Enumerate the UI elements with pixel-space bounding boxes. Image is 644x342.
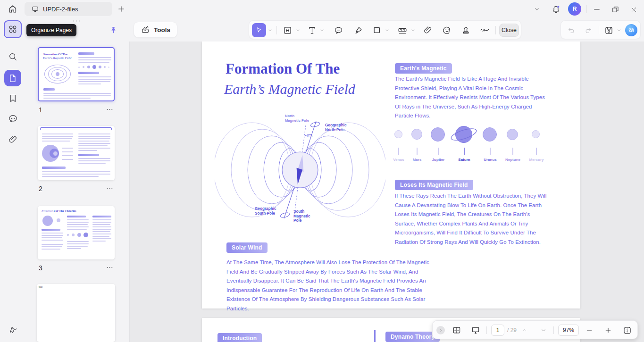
thumbnail-2-more-button[interactable] — [105, 185, 114, 192]
updf-app-window: UPDF-2-files R — [0, 0, 644, 342]
document-viewer[interactable]: Formation Of The Earth’s Magnetic Field … — [130, 42, 644, 342]
sidebar-item-search[interactable] — [6, 50, 19, 63]
attachment-tool-button[interactable] — [422, 24, 434, 36]
redo-button[interactable] — [584, 25, 593, 35]
shape-tool-button[interactable] — [371, 24, 383, 36]
user-avatar[interactable]: R — [568, 2, 581, 16]
sidebar-item-page-flip[interactable] — [6, 323, 19, 336]
ai-assistant-button[interactable] — [625, 24, 637, 36]
thumbnail-page-3[interactable]: Evidence For The Theories — [38, 206, 115, 259]
pin-panel-button[interactable] — [108, 24, 119, 36]
document-tab[interactable]: UPDF-2-files — [25, 2, 112, 16]
restore-button[interactable] — [609, 3, 621, 16]
text-tool-dropdown[interactable] — [319, 27, 326, 33]
chevron-down-icon — [268, 27, 273, 33]
bell-icon — [551, 4, 561, 14]
two-page-view-button[interactable] — [452, 325, 462, 335]
heading-tool-dropdown[interactable] — [294, 27, 301, 33]
thumbnail-1-number: 1 — [39, 106, 42, 114]
document-tab-title: UPDF-2-files — [43, 6, 78, 13]
doc-badge-introduction: Introduction — [217, 333, 262, 342]
select-tool-button[interactable] — [252, 23, 266, 37]
thumb1-badge2 — [78, 72, 99, 74]
zoom-level-input[interactable] — [558, 325, 579, 336]
thumbnail-page-2[interactable] — [38, 126, 115, 180]
file-actions-toolbar — [560, 20, 641, 39]
page-number-input[interactable] — [491, 325, 504, 336]
doc-badge-earths-magnetic: Earth's Magnetic — [395, 63, 452, 74]
measure-tool-button[interactable] — [396, 24, 409, 36]
thumbnail-panel-handle[interactable] — [71, 18, 82, 24]
zoom-out-button[interactable] — [585, 325, 594, 335]
text-tool-button[interactable] — [306, 24, 318, 36]
saturn-ring — [449, 124, 478, 145]
undo-icon — [567, 26, 576, 34]
planet-label-venus: Venus — [388, 158, 409, 162]
stamp-icon — [461, 25, 471, 35]
sidebar-item-organize-pages[interactable] — [4, 20, 22, 38]
measure-tool-dropdown[interactable] — [410, 27, 416, 33]
toolbar-divider — [495, 26, 496, 34]
sidebar-rail — [0, 18, 26, 342]
collapse-bar-button[interactable] — [436, 326, 445, 334]
home-button[interactable] — [6, 2, 19, 16]
chevron-down-icon — [385, 27, 390, 33]
paperclip-icon — [8, 134, 18, 144]
heading-tool-button[interactable] — [281, 24, 293, 36]
planet-label-saturn: Saturn — [454, 158, 475, 162]
thumbnail-2-number: 2 — [39, 185, 42, 192]
cursor-icon — [255, 26, 263, 34]
save-button[interactable] — [603, 25, 614, 35]
comment-bubble-icon — [334, 25, 343, 35]
planet-label-uranus: Uranus — [480, 158, 501, 162]
sidebar-item-page-thumbnails[interactable] — [4, 70, 21, 86]
sidebar-item-comments[interactable] — [6, 112, 19, 125]
notifications-button[interactable] — [550, 3, 561, 15]
sticker-tool-button[interactable] — [441, 24, 453, 36]
ruler-icon — [397, 25, 408, 35]
signature-tool-button[interactable] — [478, 24, 492, 36]
save-dropdown[interactable] — [616, 27, 622, 33]
zoom-in-button[interactable] — [603, 325, 613, 335]
minus-icon — [585, 326, 593, 334]
shape-tool-dropdown[interactable] — [384, 27, 391, 33]
presentation-mode-button[interactable] — [470, 325, 481, 335]
ai-assistant-icon — [627, 26, 636, 34]
chevron-up-icon — [521, 327, 528, 334]
chevron-down-icon — [540, 327, 547, 334]
tools-button[interactable]: Tools — [134, 22, 177, 38]
sticker-icon — [442, 25, 452, 35]
next-page-button[interactable] — [539, 326, 548, 334]
titlebar-menu-button[interactable] — [532, 4, 542, 14]
document-tab-icon — [31, 5, 39, 13]
previous-page-button[interactable] — [520, 326, 529, 334]
flip-pages-icon — [8, 324, 18, 335]
redo-icon — [584, 26, 593, 34]
sidebar-item-bookmarks[interactable] — [6, 92, 19, 105]
close-editing-button[interactable]: Close — [499, 24, 519, 37]
plus-icon — [117, 5, 125, 13]
fit-page-button[interactable] — [621, 325, 633, 335]
comment-tool-button[interactable] — [332, 24, 344, 36]
presentation-icon — [471, 325, 480, 335]
tools-button-label: Tools — [154, 26, 170, 33]
thumbnail-3-more-button[interactable] — [105, 264, 114, 271]
chevron-right-icon — [438, 328, 443, 333]
thumbnail-1-more-button[interactable] — [105, 106, 114, 113]
minimize-icon — [593, 5, 601, 14]
thumbnail-page-1[interactable]: Formation Of The Earth’s Magnetic Field — [38, 47, 115, 101]
stamp-tool-button[interactable] — [460, 24, 472, 36]
close-window-button[interactable] — [627, 3, 640, 16]
new-tab-button[interactable] — [116, 4, 126, 14]
thumbnail-page-4[interactable]: true — [37, 284, 115, 342]
chevron-down-icon — [616, 27, 622, 33]
page-total-label: / 29 — [507, 327, 517, 334]
minimize-button[interactable] — [591, 3, 603, 16]
select-tool-dropdown[interactable] — [267, 27, 274, 33]
titlebar-divider — [586, 5, 587, 13]
highlighter-tool-button[interactable] — [352, 24, 364, 36]
thumb1-diagram — [43, 64, 72, 84]
undo-button[interactable] — [567, 25, 576, 35]
close-editing-label: Close — [502, 27, 517, 33]
sidebar-item-attachments[interactable] — [6, 133, 19, 146]
